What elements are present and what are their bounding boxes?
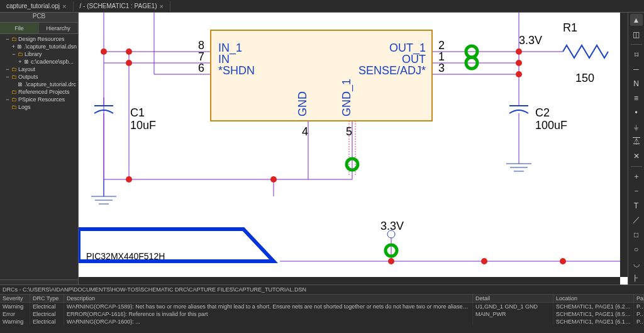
text-tool-icon[interactable]: T <box>630 200 643 212</box>
place-ground-icon[interactable]: ⏄ <box>630 136 643 148</box>
vertical-scrollbar[interactable] <box>620 13 628 277</box>
drc-row[interactable]: WarningElectricalWARNING(ORCAP-1589): Ne… <box>0 303 644 310</box>
col-drc-type[interactable]: DRC Type <box>30 295 64 302</box>
svg-point-26 <box>101 48 107 55</box>
tree-item[interactable]: −Layout <box>0 65 78 73</box>
document-tabs: capture_tutorial.opj × / - (SCHEMATIC1 :… <box>0 0 644 13</box>
tree-item[interactable]: +c:\cadence\spb... <box>0 58 78 65</box>
svg-point-35 <box>481 258 487 264</box>
close-icon[interactable]: × <box>159 3 163 10</box>
col-severity[interactable]: Severity <box>0 295 30 302</box>
zoom-out-icon[interactable]: － <box>630 185 643 197</box>
pin-name: *SHDN <box>218 64 255 77</box>
right-toolbar: ▲ ◫ ⌑ ─ N ≡ • ⏚ ⏄ ✕ ＋ － T ／ □ ○ ◡ ⺊ <box>628 13 644 285</box>
schematic-canvas[interactable]: 8 7 6 IN_1 IN *SHDN 2 1 3 OUT_1 OUT SENS… <box>79 13 628 285</box>
pin-num: 2 <box>438 39 445 52</box>
horizontal-scrollbar[interactable] <box>79 277 620 285</box>
drc-report-path: DRCs - C:\USERS\AIDANP\DOCUMENTS\HOW-TOS… <box>0 285 644 295</box>
svg-point-27 <box>126 48 132 55</box>
r1-ref: R1 <box>563 21 577 34</box>
c2-ref: C2 <box>535 106 550 119</box>
pin-num: 3 <box>438 62 445 74</box>
drc-table-header: Severity DRC Type Description Detail Loc… <box>0 295 644 303</box>
tree-item[interactable]: −Library <box>0 50 78 58</box>
pin-name: OUT <box>402 53 426 65</box>
project-panel-header: PCB <box>0 13 78 23</box>
drc-report-panel: DRCs - C:\USERS\AIDANP\DOCUMENTS\HOW-TOS… <box>0 285 644 333</box>
tab-page[interactable]: / - (SCHEMATIC1 : PAGE1) × <box>74 1 170 11</box>
pin-num: 1 <box>438 50 445 63</box>
ellipse-tool-icon[interactable]: ○ <box>630 244 643 256</box>
tree-item[interactable]: −Outputs <box>0 73 78 81</box>
pin-name: IN <box>218 53 230 65</box>
c1-val: 10uF <box>130 119 156 132</box>
place-power-icon[interactable]: ⏚ <box>630 121 643 133</box>
line-tool-icon[interactable]: ／ <box>630 214 643 226</box>
r1-val: 150 <box>575 72 594 84</box>
tab-project-label: capture_tutorial.opj <box>6 3 60 9</box>
svg-point-31 <box>516 48 522 55</box>
close-icon[interactable]: × <box>62 3 66 10</box>
pin-name: SENSE/ADJ* <box>358 64 426 77</box>
svg-point-29 <box>126 176 132 183</box>
place-net-icon[interactable]: N <box>630 77 643 89</box>
snap-icon[interactable]: ◫ <box>630 28 643 40</box>
pin-name: GND_1 <box>340 79 353 116</box>
pin-name: GND <box>296 91 309 116</box>
rect-tool-icon[interactable]: □ <box>630 229 643 240</box>
net-3v3-label: 3.3V <box>519 34 542 47</box>
tree-item[interactable]: Referenced Projects <box>0 88 78 96</box>
polyline-tool-icon[interactable]: ⺊ <box>630 273 643 285</box>
svg-point-33 <box>516 71 522 77</box>
svg-point-34 <box>388 258 394 264</box>
schematic-svg[interactable]: 8 7 6 IN_1 IN *SHDN 2 1 3 OUT_1 OUT SENS… <box>79 13 628 285</box>
tab-page-label: / - (SCHEMATIC1 : PAGE1) <box>80 3 157 9</box>
select-tool-icon[interactable]: ▲ <box>630 14 643 26</box>
tree-item[interactable]: Logs <box>0 103 78 111</box>
svg-point-28 <box>126 60 132 66</box>
pin-num: 7 <box>198 50 204 63</box>
svg-point-36 <box>560 258 566 264</box>
drc-row[interactable]: WarningElectricalWARNING(ORCAP-1600): ..… <box>0 318 644 325</box>
place-junction-icon[interactable]: • <box>630 107 643 119</box>
pin-num: 4 <box>302 125 308 138</box>
col-description[interactable]: Description <box>64 295 473 302</box>
place-wire-icon[interactable]: ─ <box>630 63 643 75</box>
pin-num: 8 <box>198 39 204 52</box>
pin-num: 5 <box>346 125 352 138</box>
svg-point-30 <box>270 176 277 183</box>
tree-item[interactable]: −Design Resources <box>0 35 78 43</box>
pin-num: 6 <box>198 62 204 74</box>
tree-item[interactable]: −PSpice Resources <box>0 96 78 103</box>
place-noconnect-icon[interactable]: ✕ <box>630 150 643 162</box>
c1-ref: C1 <box>130 106 145 119</box>
project-panel: PCB File Hierarchy −Design Resources+.\c… <box>0 13 79 285</box>
tree-tab-file[interactable]: File <box>0 23 39 33</box>
tree-tab-hierarchy[interactable]: Hierarchy <box>39 23 78 33</box>
place-part-icon[interactable]: ⌑ <box>630 48 643 60</box>
tab-project[interactable]: capture_tutorial.opj × <box>0 1 74 11</box>
arc-tool-icon[interactable]: ◡ <box>630 258 643 270</box>
col-location[interactable]: Location <box>553 295 634 302</box>
svg-point-32 <box>516 60 522 66</box>
c2-val: 100uF <box>535 119 567 132</box>
project-tree[interactable]: −Design Resources+.\capture_tutorial.dsn… <box>0 34 78 279</box>
tree-item[interactable]: .\capture_tutorial.drc <box>0 81 78 88</box>
col-page[interactable]: Pa... <box>634 295 644 302</box>
col-detail[interactable]: Detail <box>473 295 553 302</box>
zoom-in-icon[interactable]: ＋ <box>630 171 643 183</box>
drc-row[interactable]: ErrorElectricalERROR(ORCAP-1616): Refere… <box>0 310 644 318</box>
tree-item[interactable]: +.\capture_tutorial.dsn <box>0 43 78 50</box>
part-ref-label: PIC32MX440F512H <box>86 251 165 261</box>
place-bus-icon[interactable]: ≡ <box>630 93 643 104</box>
